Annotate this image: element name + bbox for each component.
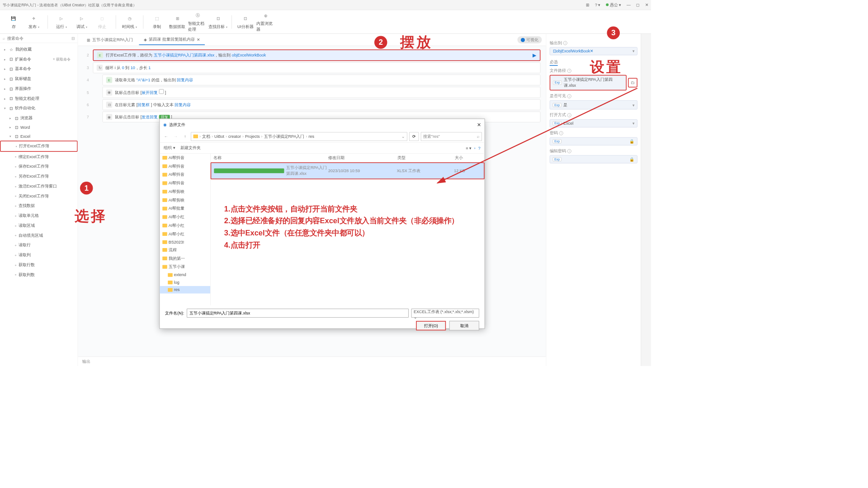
apps-icon[interactable]: ⊞: [586, 3, 590, 8]
dialog-tree-item[interactable]: BS2023!: [160, 238, 210, 246]
tree-automation[interactable]: ▾⊡ 软件自动化: [0, 103, 78, 113]
address-bar[interactable]: ›文档 ›UiBot ›creator ›Projects ›五节小课搞定RPA…: [191, 132, 407, 141]
user-menu[interactable]: 愚公 ▾: [606, 2, 621, 8]
nav-back-button[interactable]: ←: [162, 133, 170, 141]
tree-favorites[interactable]: ▸☆ 我的收藏: [0, 44, 78, 54]
search-input[interactable]: [7, 36, 70, 41]
step-open-excel[interactable]: E 打开Excel工作簿，路径为 五节小课搞定RPA入门第四课.xlsx，输出到…: [93, 50, 541, 61]
cancel-button[interactable]: 取消: [449, 321, 479, 330]
tree-excel-readcol[interactable]: ◦ 读取列: [0, 250, 78, 260]
stop-button[interactable]: ◻停止: [93, 12, 112, 32]
findtarget-button[interactable]: ⊡查找目标 ▾: [208, 12, 227, 32]
dialog-tree-item[interactable]: AI帮抖音: [160, 179, 210, 188]
tree-ui[interactable]: ▸⊡ 界面操作: [0, 84, 78, 94]
step-loop[interactable]: ↻ 循环 i 从 0 到 10，步长 1: [93, 62, 541, 73]
debug-button[interactable]: ▷调试 ▾: [72, 12, 91, 32]
dialog-tree-item[interactable]: AI帮抖音: [160, 154, 210, 162]
filename-input[interactable]: [187, 309, 409, 318]
annotation-select: 选择: [75, 207, 107, 226]
tree-excel-readrange[interactable]: ◦ 读取区域: [0, 221, 78, 230]
dialog-tree-item[interactable]: 五节小课: [160, 263, 210, 271]
file-row-selected[interactable]: 五节小课搞定RPA入门第四课.xlsx 2023/10/28 10:59XLSX…: [211, 162, 485, 179]
filepath-field[interactable]: Exp五节小课搞定RPA入门第四课.xlsx: [550, 75, 627, 91]
maximize-button[interactable]: ◻: [636, 3, 640, 8]
timeline-button[interactable]: ◷时间线 ▾: [120, 12, 139, 32]
tree-excel-readcell[interactable]: ◦ 读取单元格: [0, 211, 78, 221]
dialog-tree-item[interactable]: AI帮小红: [160, 213, 210, 221]
tree-extcmd[interactable]: ▸⊡ 扩展命令+ 获取命令: [0, 54, 78, 64]
output-bar[interactable]: 输出: [78, 357, 546, 366]
dialog-tree-item[interactable]: AI帮抖音: [160, 170, 210, 179]
tree-excel-activate[interactable]: ◦ 激活Excel工作簿窗口: [0, 181, 78, 191]
preview-button[interactable]: ▫: [474, 145, 476, 150]
tree-excel-saveas[interactable]: ◦ 另存Excel工作簿: [0, 172, 78, 182]
open-button[interactable]: 打开(O): [416, 321, 446, 330]
tree-browser[interactable]: ▸⊡ 浏览器: [0, 113, 78, 123]
nav-forward-button[interactable]: →: [172, 133, 179, 141]
tree-docai[interactable]: ▸⊡ 智能文档处理: [0, 94, 78, 103]
get-command-link[interactable]: + 获取命令: [53, 56, 71, 61]
tree-excel-open[interactable]: ◦ 打开Excel工作簿: [0, 141, 78, 152]
close-button[interactable]: ✕: [645, 3, 649, 8]
dialog-search[interactable]: 搜索"res"⌕: [421, 132, 482, 141]
step-readcell[interactable]: E 读取单元格 "A"&i+1 的值，输出到 回复内容: [103, 75, 541, 85]
run-button[interactable]: ▷运行 ▾: [52, 12, 71, 32]
uianalyzer-button[interactable]: ⊡UI分析器: [236, 12, 255, 32]
xlsx-icon: [214, 169, 284, 174]
tree-excel-find[interactable]: ◦ 查找数据: [0, 201, 78, 211]
dialog-tree-item[interactable]: AI帮剪映: [160, 196, 210, 205]
organize-button[interactable]: 组织 ▾: [164, 145, 175, 151]
tree-excel-rowcount[interactable]: ◦ 获取行数: [0, 260, 78, 270]
visualize-toggle[interactable]: 可视化: [518, 36, 542, 43]
tree-excel-close[interactable]: ◦ 关闭Excel工作簿: [0, 191, 78, 201]
annotation-settings: 设置: [590, 58, 623, 77]
dialog-close-button[interactable]: ✕: [477, 122, 481, 127]
save-button[interactable]: 💾存: [4, 12, 23, 32]
dialog-tree-item[interactable]: log: [160, 279, 210, 286]
dialog-tree-item[interactable]: res: [160, 286, 210, 294]
tree-word[interactable]: ▸⊡ Word: [0, 123, 78, 132]
tab-project[interactable]: ⊞ 五节小课搞定RPA入门: [82, 35, 138, 45]
output-var-field[interactable]: ⊡ objExcelWorkBook ✕▾: [550, 47, 637, 55]
tree-excel-save[interactable]: ◦ 保存Excel工作簿: [0, 162, 78, 172]
refresh-button[interactable]: ⟳: [409, 132, 419, 141]
dialog-tree-item[interactable]: 我的第一: [160, 254, 210, 263]
dialog-tree-item[interactable]: extend: [160, 271, 210, 279]
dialog-tree-item[interactable]: AI帮剪映: [160, 188, 210, 196]
step-click1[interactable]: ◉ 鼠标点击目标 [展开回复 ]: [103, 87, 541, 98]
dialog-tree-item[interactable]: 流程: [160, 246, 210, 254]
help-button[interactable]: ?: [478, 145, 481, 150]
play-icon[interactable]: ▶: [533, 52, 536, 58]
tree-excel-bind[interactable]: ◦ 绑定Excel工作簿: [0, 152, 78, 162]
tree-excel-colcount[interactable]: ◦ 获取列数: [0, 270, 78, 280]
newfolder-button[interactable]: 新建文件夹: [180, 145, 201, 151]
browse-folder-button[interactable]: 🗀: [628, 78, 637, 88]
record-button[interactable]: ⬚录制: [147, 12, 166, 32]
nav-up-button[interactable]: ↑: [181, 133, 189, 141]
file-filter-select[interactable]: EXCEL工作表 (*.xlsx;*.xls;*.xlsm) ⌄: [411, 309, 479, 318]
datacapture-button[interactable]: ⊞数据抓取: [168, 12, 187, 32]
dialog-tree-item[interactable]: AI帮小红: [160, 230, 210, 239]
docai-button[interactable]: Ⓐ智能文档处理: [188, 12, 207, 32]
openmode-field[interactable]: ExpExcel▾: [550, 119, 637, 127]
editpassword-field[interactable]: Exp🔒: [550, 155, 637, 164]
publish-button[interactable]: ✈发布 ▾: [24, 12, 43, 32]
tab-flow[interactable]: ◈ 第四课 批量回复随机内容 ✕: [139, 35, 205, 45]
tree-excel-readrow[interactable]: ◦ 读取行: [0, 240, 78, 250]
dialog-tree-item[interactable]: AI帮抖音: [160, 162, 210, 171]
password-field[interactable]: Exp🔒: [550, 137, 637, 145]
dialog-folder-tree: AI帮抖音AI帮抖音AI帮抖音AI帮抖音AI帮剪映AI帮剪映AI帮批量AI帮小红…: [160, 154, 211, 305]
step-input[interactable]: ⊟ 在目标元素 [回复框 ] 中输入文本 回复内容: [103, 99, 541, 110]
dialog-tree-item[interactable]: AI帮批量: [160, 204, 210, 213]
tree-mousekb[interactable]: ▸⊡ 鼠标键盘: [0, 74, 78, 84]
view-button[interactable]: ≡ ▾: [466, 145, 471, 150]
help-icon[interactable]: ? ▾: [595, 3, 600, 8]
minimize-button[interactable]: —: [627, 3, 631, 8]
tree-excel[interactable]: ▾⊡ Excel: [0, 132, 78, 141]
browser-button[interactable]: ⊕内置浏览器: [256, 12, 275, 32]
dialog-tree-item[interactable]: AI帮小红: [160, 221, 210, 230]
tree-basiccmd[interactable]: ▸⊡ 基本命令: [0, 64, 78, 74]
collapse-icon[interactable]: ⊟: [71, 36, 75, 41]
tree-excel-fillrange[interactable]: ◦ 自动填充区域: [0, 230, 78, 240]
visible-field[interactable]: Exp是▾: [550, 100, 637, 109]
